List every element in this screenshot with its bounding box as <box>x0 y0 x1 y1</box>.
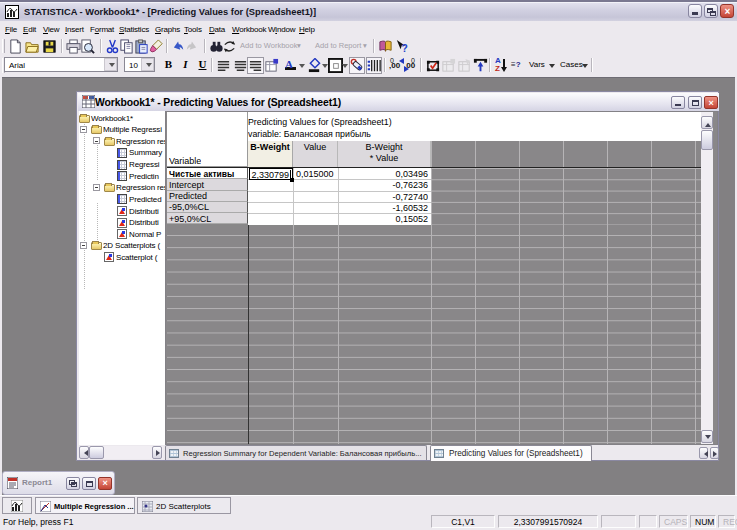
svg-text:?: ? <box>402 43 408 54</box>
